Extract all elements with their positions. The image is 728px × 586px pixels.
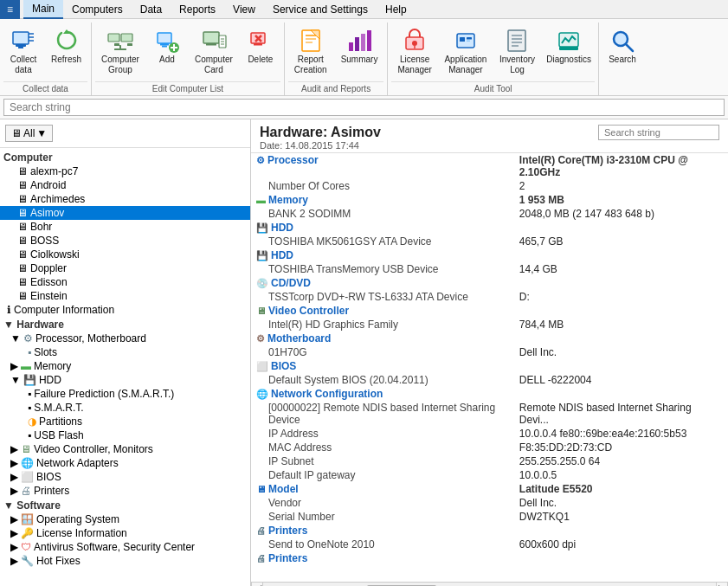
h-scrollbar[interactable]: ◀ ▶ bbox=[251, 582, 728, 586]
category-value bbox=[514, 359, 728, 373]
svg-rect-51 bbox=[559, 47, 578, 50]
computer-icon: 🖥 bbox=[17, 165, 28, 177]
computer-group-button[interactable]: ComputerGroup bbox=[95, 23, 145, 80]
table-row: TOSHIBA TransMemory USB Device 14,4 GB bbox=[251, 262, 728, 276]
tree-area: Computer 🖥 alexm-pc7 🖥 Android 🖥 Archime… bbox=[0, 148, 250, 586]
tree-item-smart-failure[interactable]: ▪ Failure Prediction (S.M.A.R.T.) bbox=[0, 387, 250, 401]
sub-value: 255.255.255.0 64 bbox=[514, 454, 728, 468]
top-search-input[interactable] bbox=[3, 99, 725, 116]
tree-item-hdd[interactable]: ▼ 💾 HDD bbox=[0, 373, 250, 387]
tree-item-usb-flash[interactable]: ▪ USB Flash bbox=[0, 428, 250, 442]
menu-item-view[interactable]: View bbox=[224, 0, 264, 19]
tree-label: HDD bbox=[39, 374, 61, 386]
smart-icon: ▪ bbox=[28, 402, 31, 414]
tree-item-hotfixes[interactable]: ▶ 🔧 Hot Fixes bbox=[0, 554, 250, 568]
computer-icon: 🖥 bbox=[17, 248, 28, 261]
category-label: Processor bbox=[267, 154, 319, 166]
category-label: HDD bbox=[271, 249, 293, 261]
tree-item-license[interactable]: ▶ 🔑 License Information bbox=[0, 526, 250, 540]
report-creation-label: ReportCreation bbox=[294, 55, 327, 75]
search-label: Search bbox=[609, 55, 636, 65]
tree-item-printers[interactable]: ▶ 🖨 Printers bbox=[0, 484, 250, 498]
category-value: Latitude E5520 bbox=[514, 482, 728, 496]
delete-button[interactable]: Delete bbox=[241, 23, 280, 69]
ribbon-group-audit-tool-label: Audit Tool bbox=[391, 81, 595, 95]
tree-item-antivirus[interactable]: ▶ 🛡 Antivirus Software, Security Center bbox=[0, 540, 250, 554]
sub-value: DW2TKQ1 bbox=[514, 510, 728, 524]
tree-item-asimov[interactable]: 🖥 Asimov bbox=[0, 206, 250, 220]
refresh-button[interactable]: Refresh bbox=[45, 23, 87, 69]
tree-item-processor[interactable]: ▼ ⚙ Processor, Motherboard bbox=[0, 332, 250, 345]
video-icon: 🖥 bbox=[256, 306, 266, 316]
tree-item-bios[interactable]: ▶ ⬜ BIOS bbox=[0, 470, 250, 484]
app-manager-button[interactable]: ApplicationManager bbox=[440, 23, 492, 80]
tree-item-archimedes[interactable]: 🖥 Archimedes bbox=[0, 192, 250, 206]
tree-label: Slots bbox=[34, 346, 57, 358]
tree-item-partitions[interactable]: ◑ Partitions bbox=[0, 415, 250, 428]
expand-icon: ▼ bbox=[10, 332, 21, 345]
refresh-label: Refresh bbox=[51, 55, 81, 65]
refresh-icon bbox=[53, 27, 81, 55]
tree-item-android[interactable]: 🖥 Android bbox=[0, 178, 250, 192]
search-button[interactable]: Search bbox=[602, 23, 642, 69]
menu-item-computers[interactable]: Computers bbox=[63, 0, 132, 19]
tree-item-smart[interactable]: ▪ S.M.A.R.T. bbox=[0, 401, 250, 415]
tree-item-os[interactable]: ▶ 🪟 Operating System bbox=[0, 512, 250, 526]
hdd-icon: 💾 bbox=[256, 250, 268, 261]
app-manager-label: ApplicationManager bbox=[444, 55, 486, 75]
tree-item-network[interactable]: ▶ 🌐 Network Adapters bbox=[0, 456, 250, 470]
diagnostics-button[interactable]: Diagnostics bbox=[543, 23, 595, 69]
menu-item-reports[interactable]: Reports bbox=[171, 0, 224, 19]
app-button[interactable]: ≡ bbox=[0, 0, 20, 19]
sub-label: Vendor bbox=[251, 496, 514, 510]
table-row: TOSHIBA MK5061GSY ATA Device 465,7 GB bbox=[251, 235, 728, 248]
tree-item-computer-info[interactable]: ℹ Computer Information bbox=[0, 303, 250, 317]
menu-item-service[interactable]: Service and Settings bbox=[264, 0, 377, 19]
computer-card-button[interactable]: ComputerCard bbox=[189, 23, 239, 80]
inventory-log-button[interactable]: InventoryLog bbox=[493, 23, 541, 80]
inventory-log-icon bbox=[503, 27, 531, 55]
tree-label: Memory bbox=[34, 360, 71, 372]
tree-label: License Information bbox=[36, 527, 127, 539]
tree-item-ciolkowski[interactable]: 🖥 Ciolkowski bbox=[0, 248, 250, 261]
license-manager-button[interactable]: LicenseManager bbox=[391, 23, 437, 80]
svg-rect-0 bbox=[13, 32, 29, 44]
tree-item-bohr[interactable]: 🖥 Bohr bbox=[0, 220, 250, 234]
tree-item-edisson[interactable]: 🖥 Edisson bbox=[0, 275, 250, 289]
collect-data-button[interactable]: Collectdata bbox=[3, 23, 43, 80]
hw-search-input[interactable] bbox=[598, 125, 719, 140]
tree-item-doppler[interactable]: 🖥 Doppler bbox=[0, 261, 250, 275]
sub-label: [00000022] Remote NDIS based Internet Sh… bbox=[251, 401, 514, 427]
tree-item-alexm-pc7[interactable]: 🖥 alexm-pc7 bbox=[0, 164, 250, 178]
report-creation-button[interactable]: ReportCreation bbox=[288, 23, 333, 80]
tree-label: S.M.A.R.T. bbox=[34, 402, 83, 414]
add-button[interactable]: Add bbox=[147, 23, 187, 69]
hw-date: Date: 14.08.2015 17:44 bbox=[260, 140, 381, 151]
tree-label: Archimedes bbox=[30, 193, 85, 205]
category-label: Printers bbox=[268, 525, 307, 537]
tree-item-memory[interactable]: ▶ ▬ Memory bbox=[0, 359, 250, 373]
tree-item-video[interactable]: ▶ 🖥 Video Controller, Monitors bbox=[0, 442, 250, 456]
tree-label: Hot Fixes bbox=[36, 555, 81, 567]
table-row: Vendor Dell Inc. bbox=[251, 496, 728, 510]
menu-item-main[interactable]: Main bbox=[23, 0, 63, 19]
summary-button[interactable]: Summary bbox=[335, 23, 384, 69]
filter-dropdown[interactable]: 🖥 All ▼ bbox=[5, 125, 53, 142]
h-scroll-right[interactable]: ▶ bbox=[716, 582, 728, 587]
table-row: ▬Memory 1 953 MB bbox=[251, 193, 728, 207]
category-label: BIOS bbox=[271, 360, 296, 372]
os-icon: 🪟 bbox=[21, 513, 34, 525]
tree-item-boss[interactable]: 🖥 BOSS bbox=[0, 234, 250, 248]
sub-value: 600x600 dpi bbox=[514, 538, 728, 551]
tree-item-slots[interactable]: ▪ Slots bbox=[0, 345, 250, 359]
info-icon: ℹ bbox=[7, 304, 11, 316]
menu-item-help[interactable]: Help bbox=[377, 0, 416, 19]
menu-item-data[interactable]: Data bbox=[132, 0, 171, 19]
sub-label: Default System BIOS (20.04.2011) bbox=[251, 373, 514, 387]
sub-label: Intel(R) HD Graphics Family bbox=[251, 318, 514, 332]
h-scroll-left[interactable]: ◀ bbox=[251, 582, 263, 587]
computer-icon: 🖥 bbox=[17, 193, 28, 205]
tree-item-einstein[interactable]: 🖥 Einstein bbox=[0, 289, 250, 303]
sub-value: DELL -6222004 bbox=[514, 373, 728, 387]
tree-label: Doppler bbox=[30, 262, 67, 274]
